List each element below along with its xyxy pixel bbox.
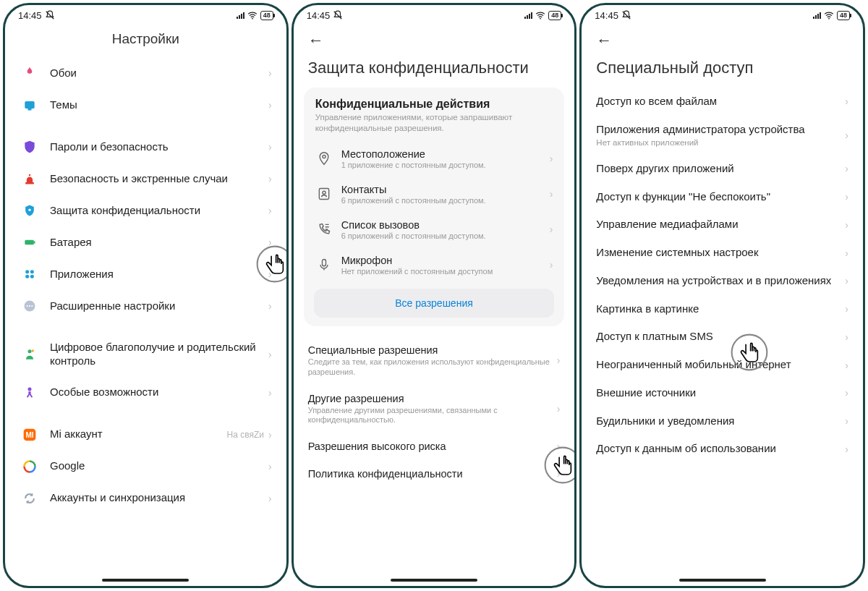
- wifi-icon: [824, 11, 834, 20]
- status-time: 14:45: [18, 10, 42, 21]
- chevron-right-icon: ›: [845, 219, 848, 231]
- svg-rect-7: [25, 240, 34, 245]
- themes-icon: [20, 98, 40, 112]
- section-row-2[interactable]: Разрешения высокого риска ›: [294, 433, 575, 460]
- special-access-row-5[interactable]: Изменение системных настроек ›: [582, 239, 863, 267]
- mi-icon: MI: [20, 428, 40, 442]
- chevron-right-icon: ›: [268, 387, 272, 399]
- back-button[interactable]: ←: [582, 25, 863, 53]
- chevron-right-icon: ›: [550, 188, 553, 200]
- special-access-row-10[interactable]: Внешние источники ›: [582, 379, 863, 407]
- special-access-row-1[interactable]: Приложения администратора устройства Нет…: [582, 116, 863, 155]
- settings-row-themes[interactable]: Темы ›: [5, 89, 286, 121]
- chevron-right-icon: ›: [268, 429, 272, 441]
- chevron-right-icon: ›: [845, 275, 848, 286]
- section-row-1[interactable]: Другие разрешения Управление другими раз…: [294, 385, 575, 433]
- chevron-right-icon: ›: [557, 441, 561, 452]
- chevron-right-icon: ›: [268, 141, 272, 153]
- row-label: Mi аккаунт: [50, 428, 227, 441]
- settings-row-wellbeing[interactable]: Цифровое благополучие и родительский кон…: [5, 332, 286, 377]
- chevron-right-icon: ›: [845, 443, 848, 455]
- permission-row-mic[interactable]: Микрофон Нет приложений с постоянным дос…: [305, 247, 563, 283]
- back-button[interactable]: ←: [294, 25, 575, 53]
- row-label: Особые возможности: [50, 386, 268, 399]
- permission-row-location[interactable]: Местоположение 1 приложение с постоянным…: [305, 141, 563, 177]
- svg-point-27: [323, 156, 326, 158]
- svg-rect-3: [28, 109, 32, 111]
- home-indicator: [391, 579, 477, 582]
- battery-icon: 48: [837, 11, 850, 20]
- signal-icon: [237, 12, 244, 19]
- row-sub: Нет приложений с постоянным доступом: [341, 267, 550, 276]
- permission-row-calllog[interactable]: Список вызовов 6 приложений с постоянным…: [305, 212, 563, 247]
- svg-point-11: [25, 275, 29, 279]
- chevron-right-icon: ›: [845, 163, 848, 174]
- chevron-right-icon: ›: [550, 224, 553, 235]
- battery-icon: 48: [260, 11, 273, 20]
- row-label: Микрофон: [341, 255, 550, 266]
- special-access-row-2[interactable]: Поверх других приложений ›: [582, 155, 863, 183]
- card-desc: Управление приложениями, которые запраши…: [305, 112, 563, 141]
- chevron-right-icon: ›: [557, 354, 561, 366]
- special-access-row-3[interactable]: Доступ к функции "Не беспокоить" ›: [582, 183, 863, 211]
- chevron-right-icon: ›: [268, 67, 272, 79]
- row-label: Приложения: [50, 268, 268, 281]
- silent-icon: [621, 10, 631, 20]
- svg-point-26: [540, 18, 541, 20]
- page-title: Настройки: [5, 25, 286, 57]
- row-label: Доступ к данным об использовании: [596, 442, 845, 456]
- section-row-3[interactable]: Политика конфиденциальности ›: [294, 460, 575, 488]
- access-icon: [20, 386, 40, 400]
- row-label: Специальные разрешения: [308, 344, 557, 357]
- status-bar: 14:45 48: [582, 5, 863, 25]
- settings-row-privacy[interactable]: Защита конфиденциальности ›: [5, 195, 286, 226]
- svg-point-29: [323, 192, 326, 195]
- wifi-icon: [535, 11, 545, 20]
- settings-row-siren[interactable]: Безопасность и экстренные случаи ›: [5, 163, 286, 195]
- row-label: Google: [50, 459, 268, 473]
- settings-row-mi[interactable]: MI Mi аккаунт На свяZи ›: [5, 419, 286, 451]
- calllog-icon: [315, 222, 333, 237]
- svg-point-19: [28, 387, 32, 391]
- special-access-row-7[interactable]: Картинка в картинке ›: [582, 295, 863, 323]
- svg-point-5: [29, 174, 31, 177]
- settings-row-google[interactable]: Google ›: [5, 451, 286, 482]
- settings-row-apps[interactable]: Приложения ›: [5, 258, 286, 290]
- battery-icon: [20, 235, 40, 250]
- row-label: Другие разрешения: [308, 392, 557, 405]
- settings-row-battery[interactable]: Батарея ›: [5, 226, 286, 258]
- chevron-right-icon: ›: [268, 205, 272, 216]
- special-access-row-12[interactable]: Доступ к данным об использовании ›: [582, 435, 863, 463]
- silent-icon: [333, 10, 343, 20]
- chevron-right-icon: ›: [550, 259, 553, 271]
- page-title: Специальный доступ: [582, 53, 863, 88]
- settings-row-dots[interactable]: Расширенные настройки ›: [5, 290, 286, 322]
- settings-row-access[interactable]: Особые возможности ›: [5, 377, 286, 409]
- silent-icon: [45, 10, 55, 20]
- chevron-right-icon: ›: [845, 387, 848, 399]
- svg-text:MI: MI: [25, 431, 33, 439]
- row-label: Разрешения высокого риска: [308, 440, 557, 453]
- special-access-row-8[interactable]: Доступ к платным SMS ›: [582, 323, 863, 351]
- all-permissions-button[interactable]: Все разрешения: [314, 289, 555, 318]
- row-label: Пароли и безопасность: [50, 140, 268, 154]
- special-access-row-11[interactable]: Будильники и уведомления ›: [582, 407, 863, 435]
- chevron-right-icon: ›: [845, 191, 848, 203]
- permission-row-contacts[interactable]: Контакты 6 приложений с постоянным досту…: [305, 177, 563, 212]
- card-title: Конфиденциальные действия: [305, 98, 563, 112]
- special-access-row-4[interactable]: Управление медиафайлами ›: [582, 211, 863, 239]
- section-row-0[interactable]: Специальные разрешения Следите за тем, к…: [294, 336, 575, 385]
- row-label: Будильники и уведомления: [596, 414, 845, 428]
- special-access-row-6[interactable]: Уведомления на устройствах и в приложени…: [582, 267, 863, 295]
- svg-point-14: [27, 305, 28, 307]
- settings-row-wallpaper[interactable]: Обои ›: [5, 57, 286, 89]
- chevron-right-icon: ›: [268, 268, 272, 280]
- mic-icon: [315, 258, 333, 272]
- settings-row-shield[interactable]: Пароли и безопасность ›: [5, 131, 286, 163]
- special-access-row-9[interactable]: Неограниченный мобильный интернет ›: [582, 351, 863, 379]
- settings-row-sync[interactable]: Аккаунты и синхронизация ›: [5, 482, 286, 514]
- row-label: Доступ к функции "Не беспокоить": [596, 190, 845, 204]
- special-access-row-0[interactable]: Доступ ко всем файлам ›: [582, 88, 863, 116]
- status-bar: 14:45 48: [5, 5, 286, 25]
- shield-icon: [20, 140, 40, 154]
